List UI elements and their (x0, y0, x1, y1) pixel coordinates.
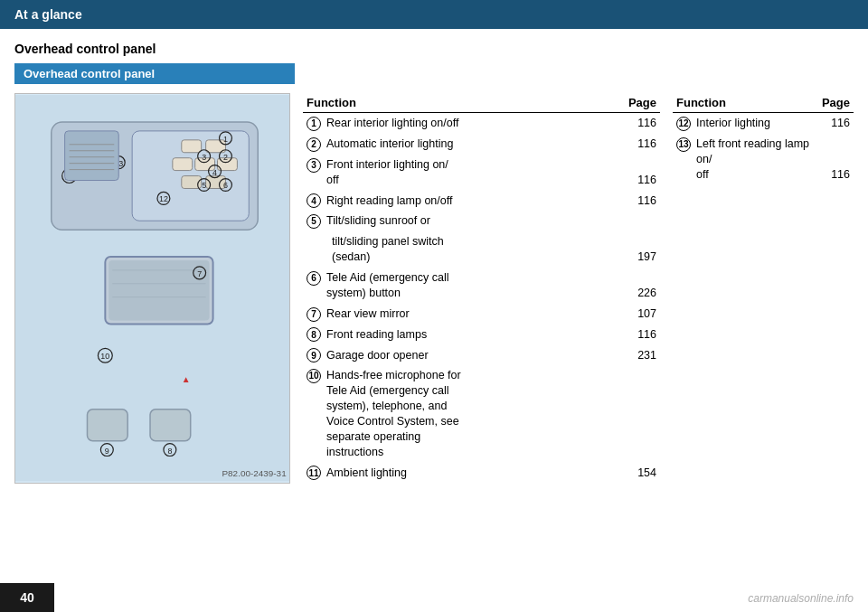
circled-number: 9 (307, 348, 321, 362)
main-content: Overhead control panel Overhead control … (0, 29, 868, 493)
table-row: 11Ambient lighting154 (303, 463, 660, 484)
svg-text:P82.00-2439-31: P82.00-2439-31 (222, 468, 287, 478)
content-row: 1 2 3 4 5 6 11 1 (14, 93, 854, 484)
svg-text:1: 1 (223, 135, 228, 144)
page-number: 40 (0, 583, 54, 612)
row-text: Rear view mirror (323, 304, 625, 325)
svg-text:▲: ▲ (182, 374, 191, 384)
row-page: 154 (625, 463, 660, 484)
row-page: 197 (625, 231, 660, 268)
table1-function-header: Function (303, 93, 625, 113)
row-number (303, 231, 323, 268)
table2-function-header: Function (673, 93, 818, 113)
table-row: 6Tele Aid (emergency callsystem) button2… (303, 268, 660, 304)
svg-text:8: 8 (167, 447, 172, 456)
svg-text:7: 7 (197, 269, 202, 278)
row-page (625, 365, 660, 462)
circled-number: 3 (307, 158, 321, 173)
table2: Function Page 12Interior lighting11613Le… (673, 93, 854, 185)
header-title: At a glance (14, 7, 82, 22)
table1-section: Function Page 1Rear interior lighting on… (303, 93, 660, 484)
row-page: 116 (625, 325, 660, 345)
svg-text:3: 3 (202, 153, 206, 162)
svg-text:4: 4 (212, 168, 217, 177)
table2-page-header: Page (818, 93, 854, 113)
row-number: 7 (303, 304, 323, 325)
header-bar: At a glance (0, 0, 868, 29)
row-page: 226 (625, 268, 660, 304)
table1: Function Page 1Rear interior lighting on… (303, 93, 660, 484)
svg-rect-3 (182, 140, 202, 153)
table-row: 4Right reading lamp on/off116 (303, 191, 660, 212)
circled-number: 11 (307, 466, 321, 480)
row-number: 3 (303, 155, 323, 191)
circled-number: 7 (307, 307, 321, 322)
row-number: 4 (303, 191, 323, 212)
table1-page-header: Page (625, 93, 660, 113)
row-text: Interior lighting (693, 113, 818, 134)
image-area: 1 2 3 4 5 6 11 1 (14, 93, 290, 484)
row-number: 1 (303, 113, 323, 134)
circled-number: 12 (676, 117, 691, 131)
row-text: Left front reading lamp on/off (693, 134, 818, 185)
section-title: Overhead control panel (14, 42, 854, 56)
circled-number: 1 (307, 117, 321, 131)
row-text: Garage door opener (323, 345, 625, 366)
svg-text:2: 2 (223, 153, 228, 162)
table-row: 7Rear view mirror107 (303, 304, 660, 325)
row-number: 2 (303, 134, 323, 155)
row-page: 116 (625, 113, 660, 134)
svg-text:10: 10 (100, 352, 109, 361)
row-text: Rear interior lighting on/off (323, 113, 625, 134)
row-text: Hands-free microphone forTele Aid (emerg… (323, 365, 625, 462)
svg-text:6: 6 (223, 181, 228, 190)
row-text: Tele Aid (emergency callsystem) button (323, 268, 625, 304)
row-page: 116 (625, 155, 660, 191)
row-page: 231 (625, 345, 660, 366)
row-text: Front interior lighting on/off (323, 155, 625, 191)
circled-number: 4 (307, 193, 321, 208)
row-number: 6 (303, 268, 323, 304)
table-row: 1Rear interior lighting on/off116 (303, 113, 660, 134)
table-row: 3Front interior lighting on/off116 (303, 155, 660, 191)
table-row: 2Automatic interior lighting116 (303, 134, 660, 155)
svg-text:5: 5 (202, 181, 206, 190)
circled-number: 2 (307, 137, 321, 152)
row-text: tilt/sliding panel switch(sedan) (323, 231, 625, 268)
row-number: 13 (673, 134, 693, 185)
row-number: 12 (673, 113, 693, 134)
svg-rect-41 (87, 410, 127, 441)
blue-subtitle: Overhead control panel (14, 63, 295, 84)
row-page: 116 (625, 191, 660, 212)
svg-rect-5 (173, 158, 193, 171)
table-row: 13Left front reading lamp on/off116 (673, 134, 854, 185)
row-page (625, 211, 660, 231)
row-text: Front reading lamps (323, 325, 625, 345)
watermark: carmanualsonline.info (748, 592, 854, 605)
svg-rect-42 (150, 410, 191, 441)
row-text: Tilt/sliding sunroof or (323, 211, 625, 231)
row-page: 107 (625, 304, 660, 325)
svg-rect-28 (65, 131, 119, 181)
row-page: 116 (818, 134, 854, 185)
circled-number: 5 (307, 214, 321, 229)
svg-text:9: 9 (105, 447, 109, 456)
row-text: Right reading lamp on/off (323, 191, 625, 212)
svg-text:12: 12 (159, 194, 168, 203)
row-page: 116 (818, 113, 854, 134)
row-number: 8 (303, 325, 323, 345)
row-number: 9 (303, 345, 323, 366)
table-row: tilt/sliding panel switch(sedan)197 (303, 231, 660, 268)
circled-number: 6 (307, 271, 321, 286)
circled-number: 10 (307, 369, 321, 383)
row-number: 10 (303, 365, 323, 462)
row-number: 11 (303, 463, 323, 484)
row-page: 116 (625, 134, 660, 155)
tables-area: Function Page 1Rear interior lighting on… (303, 93, 854, 484)
circled-number: 8 (307, 327, 321, 342)
circled-number: 13 (676, 137, 691, 152)
table-row: 5Tilt/sliding sunroof or (303, 211, 660, 231)
table-row: 12Interior lighting116 (673, 113, 854, 134)
table-row: 10Hands-free microphone forTele Aid (eme… (303, 365, 660, 462)
table-row: 9Garage door opener231 (303, 345, 660, 366)
